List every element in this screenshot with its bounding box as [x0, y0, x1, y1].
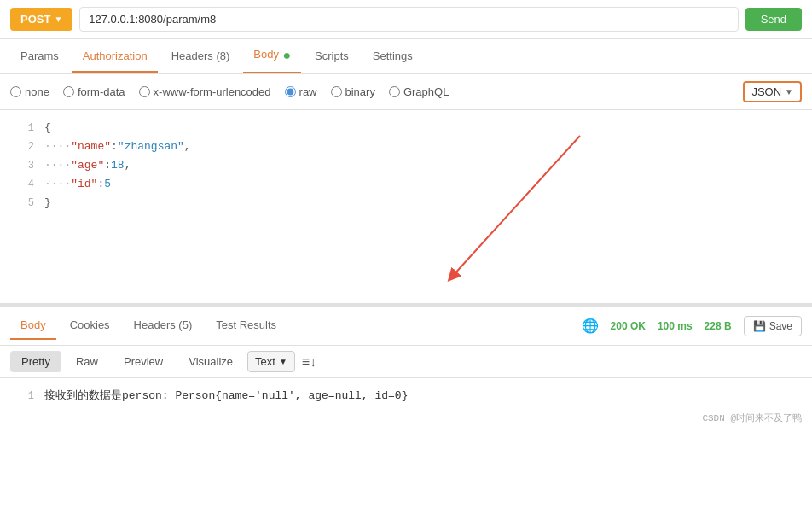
response-output: 1 接收到的数据是person: Person{name='null', age…	[0, 378, 812, 429]
code-line-2: 2 ····"name":"zhangsan",	[10, 137, 802, 156]
save-icon: 💾	[753, 320, 766, 332]
code-line-3: 3 ····"age":18,	[10, 156, 802, 175]
text-dropdown-chevron-icon: ▼	[279, 357, 287, 366]
resp-tab-testresults[interactable]: Test Results	[206, 312, 287, 340]
line-number: 2	[10, 137, 34, 156]
globe-icon: 🌐	[582, 318, 599, 334]
resp-tab-headers[interactable]: Headers (5)	[124, 312, 203, 340]
tab-params[interactable]: Params	[10, 41, 69, 73]
code-line-4: 4 ····"id":5	[10, 175, 802, 194]
fmt-pretty-button[interactable]: Pretty	[10, 351, 61, 372]
method-chevron-icon: ▼	[54, 15, 62, 24]
text-format-dropdown[interactable]: Text ▼	[247, 351, 295, 372]
code-line-5: 5 }	[10, 194, 802, 213]
code-line-1: 1 {	[10, 119, 802, 137]
line-number: 1	[10, 119, 34, 137]
body-options: none form-data x-www-form-urlencoded raw…	[0, 74, 812, 110]
response-time: 100 ms	[658, 320, 693, 332]
response-section: Body Cookies Headers (5) Test Results 🌐 …	[0, 307, 812, 429]
line-number: 4	[10, 175, 34, 194]
method-select[interactable]: POST ▼	[10, 8, 72, 31]
fmt-visualize-button[interactable]: Visualize	[177, 351, 244, 372]
method-label: POST	[20, 13, 50, 26]
request-tabs: Params Authorization Headers (8) Body ● …	[0, 39, 812, 74]
option-urlencoded[interactable]: x-www-form-urlencoded	[139, 85, 271, 98]
save-button[interactable]: 💾 Save	[744, 316, 802, 336]
response-text: 接收到的数据是person: Person{name='null', age=n…	[44, 387, 408, 406]
tab-scripts[interactable]: Scripts	[304, 41, 359, 73]
option-raw[interactable]: raw	[285, 85, 317, 98]
json-format-dropdown[interactable]: JSON ▼	[743, 81, 802, 102]
option-binary[interactable]: binary	[331, 85, 375, 98]
line-number: 1	[10, 387, 34, 406]
response-size: 228 B	[705, 320, 732, 332]
url-input[interactable]	[79, 7, 738, 32]
resp-tab-body[interactable]: Body	[10, 312, 56, 340]
option-none[interactable]: none	[10, 85, 49, 98]
body-dot: ●	[279, 48, 291, 62]
response-top-bar: Body Cookies Headers (5) Test Results 🌐 …	[0, 307, 812, 346]
fmt-raw-button[interactable]: Raw	[65, 351, 109, 372]
send-button[interactable]: Send	[745, 8, 802, 31]
tab-headers[interactable]: Headers (8)	[161, 41, 241, 73]
response-meta: 🌐 200 OK 100 ms 228 B 💾 Save	[582, 316, 802, 336]
option-graphql[interactable]: GraphQL	[389, 85, 449, 98]
code-editor[interactable]: 1 { 2 ····"name":"zhangsan", 3 ····"age"…	[0, 110, 812, 307]
option-form-data[interactable]: form-data	[63, 85, 125, 98]
resp-line-1: 1 接收到的数据是person: Person{name='null', age…	[10, 387, 802, 406]
watermark: CSDN @时间来不及了鸭	[702, 412, 802, 424]
response-format-bar: Pretty Raw Preview Visualize Text ▼ ≡↓	[0, 346, 812, 378]
filter-icon[interactable]: ≡↓	[302, 354, 316, 370]
resp-tab-cookies[interactable]: Cookies	[60, 312, 120, 340]
status-badge: 200 OK	[611, 320, 646, 332]
json-chevron-icon: ▼	[785, 87, 793, 96]
tab-settings[interactable]: Settings	[362, 41, 423, 73]
fmt-preview-button[interactable]: Preview	[113, 351, 174, 372]
tab-body[interactable]: Body ●	[243, 39, 301, 73]
response-tabs: Body Cookies Headers (5) Test Results	[10, 312, 582, 340]
url-bar: POST ▼ Send	[0, 0, 812, 39]
tab-authorization[interactable]: Authorization	[72, 41, 158, 73]
line-number: 5	[10, 194, 34, 213]
line-number: 3	[10, 156, 34, 175]
